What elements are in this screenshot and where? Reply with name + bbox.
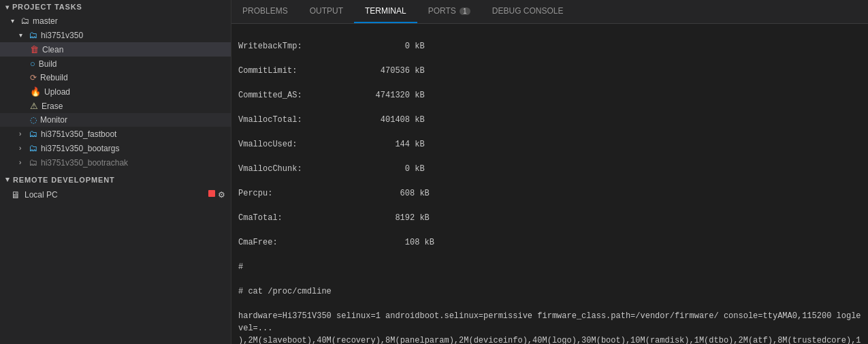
clean-task-label: Clean: [42, 45, 63, 54]
remote-dev-header[interactable]: ▾ REMOTE DEVELOPMENT: [0, 172, 231, 187]
tab-terminal-label: TERMINAL: [365, 6, 406, 16]
terminal-tabs-bar: PROBLEMS OUTPUT TERMINAL PORTS 1 DEBUG C…: [231, 0, 868, 24]
master-item[interactable]: ▾ 🗂 master: [0, 14, 231, 28]
bootrachak-label: hi3751v350_bootrachak: [41, 158, 128, 168]
monitor-task-item[interactable]: ◌ Monitor: [0, 113, 231, 127]
terminal-line: #: [238, 261, 861, 273]
terminal-line: Percpu: 608 kB: [238, 187, 861, 200]
bootargs-chevron: ›: [19, 144, 27, 152]
tab-problems[interactable]: PROBLEMS: [231, 0, 299, 23]
bootargs-label: hi3751v350_bootargs: [41, 144, 119, 153]
remote-dev-section: ▾ REMOTE DEVELOPMENT 🖥 Local PC ⚙: [0, 172, 231, 203]
erase-task-label: Erase: [42, 101, 63, 111]
remote-dev-stop-button[interactable]: [208, 190, 215, 197]
bootrachak-chevron: ›: [19, 159, 27, 166]
bootargs-item[interactable]: › 🗂 hi3751v350_bootargs: [0, 141, 231, 155]
tab-problems-label: PROBLEMS: [242, 6, 288, 16]
ports-badge: 1: [460, 7, 470, 15]
rebuild-task-item[interactable]: ⟳ Rebuild: [0, 71, 231, 84]
upload-task-label: Upload: [44, 87, 70, 97]
tab-output-label: OUTPUT: [310, 6, 343, 16]
erase-task-icon: ⚠: [30, 101, 38, 111]
tab-terminal[interactable]: TERMINAL: [354, 0, 417, 23]
clean-task-item[interactable]: 🗑 Clean: [0, 42, 231, 57]
project-tasks-header[interactable]: ▾ PROJECT TASKS: [0, 0, 231, 14]
local-pc-label: Local PC: [25, 190, 58, 200]
tab-ports[interactable]: PORTS 1: [417, 0, 481, 23]
local-pc-icon: 🖥: [11, 189, 20, 200]
tab-ports-label: PORTS: [428, 6, 456, 16]
terminal-line: CmaFree: 108 kB: [238, 236, 861, 249]
upload-task-icon: 🔥: [30, 87, 41, 97]
erase-task-item[interactable]: ⚠ Erase: [0, 99, 231, 113]
monitor-task-icon: ◌: [30, 115, 37, 125]
terminal-line: VmallocChunk: 0 kB: [238, 163, 861, 175]
fastboot-icon: 🗂: [29, 129, 37, 139]
fastboot-label: hi3751v350_fastboot: [41, 129, 116, 139]
bootargs-icon: 🗂: [29, 143, 37, 153]
build-task-label: Build: [39, 59, 57, 69]
clean-task-icon: 🗑: [30, 44, 39, 54]
rebuild-task-icon: ⟳: [30, 73, 37, 82]
rebuild-task-label: Rebuild: [40, 73, 68, 82]
remote-dev-controls: ⚙: [208, 190, 225, 200]
sidebar: ▾ PROJECT TASKS ▾ 🗂 master ▾ 🗂 hi3751v35…: [0, 0, 231, 344]
project-tasks-label: PROJECT TASKS: [12, 3, 82, 11]
tab-output[interactable]: OUTPUT: [299, 0, 354, 23]
tab-debug-console-label: DEBUG CONSOLE: [492, 6, 564, 16]
terminal-long-line: hardware=Hi3751V350 selinux=1 androidboo…: [238, 310, 861, 344]
terminal-line: Committed_AS: 4741320 kB: [238, 89, 861, 101]
monitor-task-label: Monitor: [40, 115, 67, 125]
master-icon: 🗂: [20, 16, 29, 26]
hi3751v350-item[interactable]: ▾ 🗂 hi3751v350: [0, 28, 231, 42]
terminal-line: VmallocUsed: 144 kB: [238, 138, 861, 151]
main-container: ▾ PROJECT TASKS ▾ 🗂 master ▾ 🗂 hi3751v35…: [0, 0, 868, 344]
hi3751v350-label: hi3751v350: [41, 31, 83, 40]
master-label: master: [33, 16, 58, 26]
terminal-line: VmallocTotal: 401408 kB: [238, 114, 861, 126]
fastboot-item[interactable]: › 🗂 hi3751v350_fastboot: [0, 127, 231, 141]
bootrachak-icon: 🗂: [29, 157, 37, 168]
remote-dev-settings-icon[interactable]: ⚙: [218, 190, 225, 200]
fastboot-chevron: ›: [19, 130, 27, 138]
upload-task-item[interactable]: 🔥 Upload: [0, 84, 231, 99]
terminal-panel: PROBLEMS OUTPUT TERMINAL PORTS 1 DEBUG C…: [231, 0, 868, 344]
terminal-line: CmaTotal: 8192 kB: [238, 212, 861, 224]
project-tasks-chevron: ▾: [5, 3, 10, 11]
terminal-line: WritebackTmp: 0 kB: [238, 40, 861, 52]
hi3751v350-chevron: ▾: [19, 31, 27, 39]
local-pc-item[interactable]: 🖥 Local PC ⚙: [0, 187, 231, 203]
master-chevron: ▾: [11, 17, 19, 25]
terminal-content[interactable]: WritebackTmp: 0 kB CommitLimit: 470536 k…: [231, 24, 868, 344]
build-task-icon: ○: [30, 59, 35, 69]
terminal-line: CommitLimit: 470536 kB: [238, 65, 861, 77]
build-task-item[interactable]: ○ Build: [0, 57, 231, 71]
remote-dev-label: REMOTE DEVELOPMENT: [13, 176, 115, 184]
remote-dev-chevron: ▾: [5, 175, 10, 184]
bootrachak-item[interactable]: › 🗂 hi3751v350_bootrachak: [0, 155, 231, 170]
hi3751v350-icon: 🗂: [29, 30, 37, 40]
terminal-line: # cat /proc/cmdline: [238, 285, 861, 298]
tab-debug-console[interactable]: DEBUG CONSOLE: [481, 0, 575, 23]
